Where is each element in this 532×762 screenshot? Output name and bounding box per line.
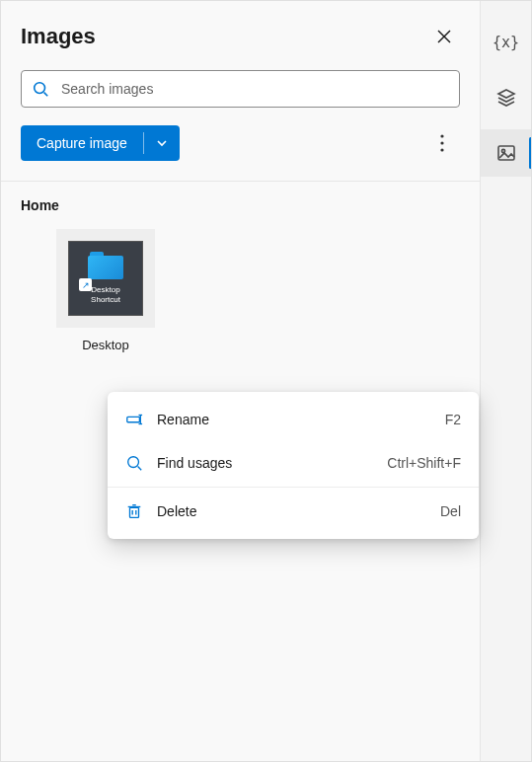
menu-label: Find usages bbox=[157, 455, 387, 471]
toolbar: Capture image bbox=[21, 125, 460, 161]
chevron-down-icon bbox=[156, 137, 168, 149]
capture-image-button[interactable]: Capture image bbox=[21, 125, 180, 161]
section-title: Home bbox=[21, 197, 460, 213]
menu-item-delete[interactable]: Delete Del bbox=[108, 490, 479, 533]
menu-label: Delete bbox=[157, 503, 440, 519]
side-rail: {x} bbox=[480, 1, 531, 761]
image-caption: Desktop bbox=[82, 338, 129, 352]
svg-marker-18 bbox=[498, 90, 514, 98]
close-icon bbox=[436, 29, 452, 44]
delete-icon bbox=[125, 502, 143, 520]
menu-item-rename[interactable]: Rename F2 bbox=[108, 398, 479, 441]
layers-icon bbox=[496, 88, 516, 108]
close-button[interactable] bbox=[428, 21, 460, 52]
menu-shortcut: Del bbox=[440, 503, 461, 519]
rename-icon bbox=[125, 411, 143, 428]
more-vertical-icon bbox=[440, 134, 444, 152]
svg-rect-19 bbox=[498, 146, 514, 160]
svg-line-3 bbox=[44, 93, 48, 97]
images-panel: Images Capture image Home bbox=[1, 1, 480, 761]
svg-point-4 bbox=[440, 134, 443, 137]
thumbnail-inner-label: Desktop Shortcut bbox=[91, 285, 120, 304]
image-icon bbox=[496, 143, 516, 163]
menu-shortcut: Ctrl+Shift+F bbox=[387, 455, 461, 471]
context-menu: Rename F2 Find usages Ctrl+Shift+F Delet… bbox=[108, 392, 479, 539]
image-item: ↗ Desktop Shortcut Desktop bbox=[56, 229, 155, 352]
rail-item-images[interactable] bbox=[481, 129, 532, 177]
svg-rect-13 bbox=[130, 507, 139, 517]
search-input[interactable] bbox=[61, 81, 449, 97]
menu-label: Rename bbox=[157, 412, 445, 427]
rail-item-layers[interactable] bbox=[481, 74, 532, 121]
image-thumbnail[interactable]: ↗ Desktop Shortcut bbox=[56, 229, 155, 328]
more-options-button[interactable] bbox=[424, 125, 460, 161]
rail-item-variables[interactable]: {x} bbox=[481, 19, 532, 66]
menu-shortcut: F2 bbox=[445, 412, 461, 427]
shortcut-badge-icon: ↗ bbox=[79, 278, 92, 291]
capture-dropdown-button[interactable] bbox=[144, 137, 180, 149]
svg-point-2 bbox=[35, 83, 45, 94]
svg-rect-7 bbox=[127, 417, 140, 421]
search-box[interactable] bbox=[21, 70, 460, 108]
folder-icon bbox=[88, 252, 123, 279]
panel-header: Images bbox=[21, 21, 460, 52]
search-icon bbox=[125, 454, 143, 472]
svg-point-11 bbox=[128, 457, 139, 468]
thumbnail-preview: ↗ Desktop Shortcut bbox=[68, 241, 143, 316]
panel-title: Images bbox=[21, 24, 96, 49]
search-icon bbox=[32, 80, 49, 98]
menu-separator bbox=[108, 487, 479, 488]
svg-line-12 bbox=[138, 467, 142, 471]
section-divider bbox=[1, 181, 480, 182]
variables-icon: {x} bbox=[493, 34, 519, 51]
capture-button-label: Capture image bbox=[21, 135, 143, 151]
svg-point-6 bbox=[440, 148, 443, 151]
svg-point-5 bbox=[440, 141, 443, 144]
menu-item-find-usages[interactable]: Find usages Ctrl+Shift+F bbox=[108, 441, 479, 485]
